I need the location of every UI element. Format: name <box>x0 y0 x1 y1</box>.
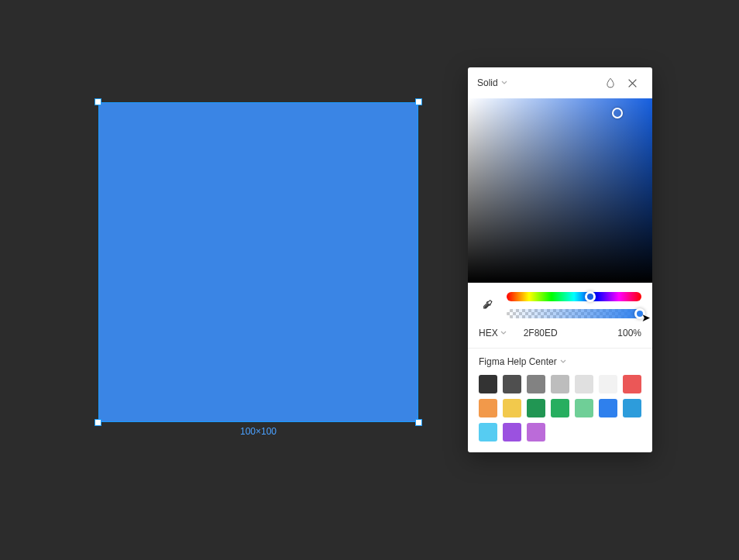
color-swatch[interactable] <box>551 375 569 393</box>
color-mode-dropdown[interactable]: HEX <box>479 328 507 338</box>
color-swatch[interactable] <box>623 399 641 417</box>
selected-shape[interactable]: 100×100 <box>98 102 418 422</box>
color-picker-panel: Solid ➤ HEX 2F80ED <box>468 67 652 452</box>
close-button[interactable] <box>621 72 643 94</box>
dimensions-label: 100×100 <box>240 426 277 437</box>
chevron-down-icon <box>500 331 507 335</box>
color-swatch[interactable] <box>479 399 497 417</box>
color-swatch[interactable] <box>623 375 641 393</box>
color-swatch[interactable] <box>599 375 617 393</box>
color-swatch[interactable] <box>599 399 617 417</box>
chevron-down-icon <box>560 359 566 364</box>
library-name: Figma Help Center <box>479 356 557 367</box>
library-dropdown[interactable]: Figma Help Center <box>479 356 641 367</box>
color-swatch[interactable] <box>527 399 545 417</box>
fill-type-dropdown[interactable]: Solid <box>477 77 600 88</box>
sv-thumb[interactable] <box>612 108 623 119</box>
alpha-thumb[interactable] <box>634 308 645 319</box>
color-library: Figma Help Center <box>468 348 652 452</box>
color-swatch[interactable] <box>503 375 521 393</box>
resize-handle-top-left[interactable] <box>95 98 101 105</box>
eyedropper-icon <box>482 299 494 311</box>
color-swatch[interactable] <box>503 399 521 417</box>
rectangle-fill <box>98 102 418 422</box>
color-mode-label: HEX <box>479 328 498 338</box>
droplet-icon <box>605 77 616 88</box>
swatch-grid <box>479 375 641 441</box>
color-swatch[interactable] <box>551 399 569 417</box>
resize-handle-top-right[interactable] <box>415 98 422 105</box>
saturation-value-field[interactable] <box>468 98 652 283</box>
chevron-down-icon <box>501 81 507 85</box>
color-swatch[interactable] <box>575 375 593 393</box>
hue-slider[interactable] <box>507 292 641 301</box>
color-swatch[interactable] <box>479 423 497 441</box>
blend-mode-button[interactable] <box>600 72 621 94</box>
close-icon <box>627 78 638 88</box>
hue-thumb[interactable] <box>585 291 596 302</box>
hex-input[interactable]: 2F80ED <box>516 328 609 338</box>
alpha-slider[interactable]: ➤ <box>507 309 641 318</box>
picker-header: Solid <box>468 67 652 98</box>
color-swatch[interactable] <box>527 423 545 441</box>
color-swatch[interactable] <box>503 423 521 441</box>
color-value-row: HEX 2F80ED 100% <box>468 321 652 348</box>
color-swatch[interactable] <box>479 375 497 393</box>
eyedropper-button[interactable] <box>479 296 497 314</box>
slider-row: ➤ <box>468 283 652 321</box>
color-swatch[interactable] <box>527 375 545 393</box>
fill-type-label: Solid <box>477 77 498 88</box>
resize-handle-bottom-right[interactable] <box>415 419 422 426</box>
opacity-input[interactable]: 100% <box>617 328 641 338</box>
resize-handle-bottom-left[interactable] <box>95 419 101 426</box>
color-swatch[interactable] <box>575 399 593 417</box>
